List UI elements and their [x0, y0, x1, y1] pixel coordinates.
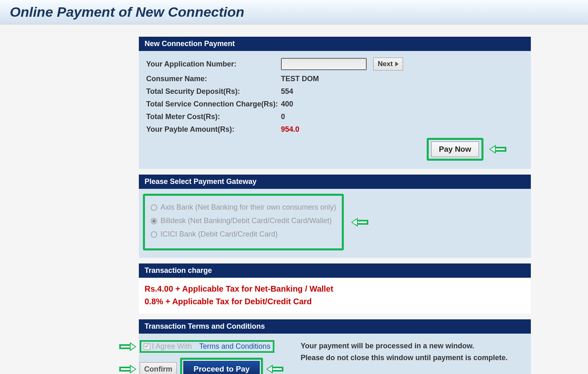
- value-meter: 0: [281, 113, 285, 121]
- label-app-no: Your Application Number:: [146, 60, 281, 69]
- label-service: Total Service Connection Charge(Rs):: [146, 100, 281, 108]
- charge-panel: Transaction charge Rs.4.00 + Applicable …: [139, 263, 531, 314]
- agree-checkbox[interactable]: [144, 343, 150, 350]
- radio-icon: [151, 231, 157, 238]
- triangle-right-icon: [395, 62, 399, 66]
- value-service: 400: [281, 100, 293, 108]
- radio-icon-selected: [151, 218, 157, 224]
- label-security: Total Security Deposit(Rs):: [146, 87, 281, 96]
- gateway-option-axis[interactable]: Axis Bank (Net Banking for their own con…: [151, 201, 336, 214]
- highlight-gateway: Axis Bank (Net Banking for their own con…: [143, 194, 344, 250]
- application-number-input[interactable]: [281, 58, 367, 70]
- charge-header: Transaction charge: [139, 263, 531, 278]
- highlight-paynow: Pay Now: [427, 138, 483, 161]
- connection-panel: New Connection Payment Your Application …: [139, 37, 531, 169]
- confirm-button[interactable]: Confirm: [140, 362, 177, 374]
- charge-line-2: 0.8% + Applicable Tax for Debit/Credit C…: [145, 295, 525, 308]
- label-consumer: Consumer Name:: [146, 75, 281, 83]
- label-meter: Total Meter Cost(Rs):: [146, 113, 281, 121]
- arrow-right-icon: [118, 365, 136, 374]
- next-button-label: Next: [378, 60, 393, 68]
- gateway-panel: Please Select Payment Gateway Axis Bank …: [139, 175, 531, 258]
- page-title-bar: Online Payment of New Connection: [0, 0, 588, 24]
- connection-header: New Connection Payment: [139, 37, 531, 51]
- arrow-left-icon: [351, 218, 369, 227]
- highlight-proceed: Proceed to Pay: [180, 358, 263, 374]
- gateway-option-billdesk[interactable]: Billdesk (Net Banking/Debit Card/Credit …: [151, 214, 336, 228]
- gateway-header: Please Select Payment Gateway: [139, 175, 531, 189]
- highlight-agree: I Agree With Terms and Conditions: [140, 340, 274, 353]
- value-consumer: TEST DOM: [281, 75, 319, 83]
- radio-icon: [151, 204, 157, 211]
- arrow-right-icon: [118, 342, 136, 351]
- terms-info-2: Please do not close this window until pa…: [301, 352, 525, 364]
- gateway-label: Axis Bank (Net Banking for their own con…: [160, 203, 336, 212]
- pay-now-button[interactable]: Pay Now: [431, 142, 479, 157]
- agree-pre: I Agree With: [152, 342, 192, 351]
- arrow-left-icon: [489, 145, 507, 154]
- charge-line-1: Rs.4.00 + Applicable Tax for Net-Banking…: [145, 283, 525, 295]
- proceed-to-pay-button[interactable]: Proceed to Pay: [183, 361, 260, 374]
- gateway-option-icici[interactable]: ICICI Bank (Debit Card/Credit Card): [151, 228, 336, 241]
- arrow-left-icon: [266, 365, 284, 374]
- value-security: 554: [281, 87, 293, 96]
- gateway-label: Billdesk (Net Banking/Debit Card/Credit …: [160, 217, 332, 225]
- terms-header: Transaction Terms and Conditions: [139, 319, 531, 334]
- terms-link[interactable]: Terms and Conditions: [199, 342, 270, 351]
- terms-panel: Transaction Terms and Conditions I Agree…: [139, 319, 531, 374]
- label-payable: Your Payble Amount(Rs):: [146, 125, 281, 134]
- page-title: Online Payment of New Connection: [10, 4, 578, 20]
- terms-info-1: Your payment will be processed in a new …: [301, 340, 525, 352]
- content-area: New Connection Payment Your Application …: [0, 24, 588, 374]
- next-button[interactable]: Next: [373, 58, 403, 71]
- gateway-label: ICICI Bank (Debit Card/Credit Card): [160, 230, 278, 239]
- value-payable: 954.0: [281, 125, 299, 134]
